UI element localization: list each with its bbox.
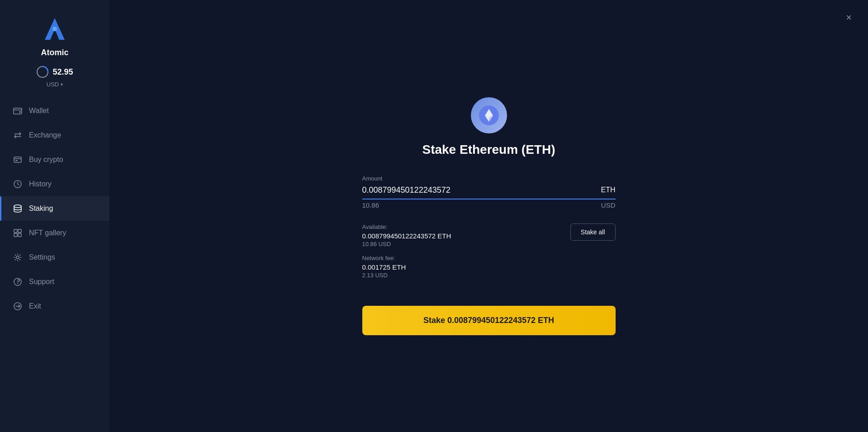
balance-container: 52.95: [36, 66, 73, 78]
network-fee-section: Network fee: 0.001725 ETH 2.13 USD: [362, 255, 616, 279]
svg-rect-4: [19, 111, 21, 113]
available-section: Available: 0.008799450122243572 ETH 10.8…: [362, 223, 616, 247]
sidebar-item-nft-gallery[interactable]: NFT gallery: [0, 221, 109, 245]
staking-icon: [13, 204, 23, 214]
svg-rect-3: [14, 108, 22, 114]
sidebar-item-wallet[interactable]: Wallet: [0, 99, 109, 123]
currency-label: USD: [47, 81, 59, 88]
sidebar-wallet-label: Wallet: [29, 107, 49, 115]
svg-point-13: [16, 256, 19, 259]
balance-value: 52.95: [52, 67, 73, 77]
svg-rect-9: [14, 229, 17, 233]
support-icon: [13, 277, 23, 287]
svg-rect-10: [18, 229, 21, 233]
sidebar-item-staking[interactable]: Staking: [0, 196, 109, 221]
available-label: Available:: [362, 223, 451, 230]
available-eth: 0.008799450122243572 ETH: [362, 232, 451, 240]
sidebar-nav: Wallet Exchange: [0, 99, 109, 423]
network-fee-eth: 0.001725 ETH: [362, 263, 616, 271]
svg-rect-11: [14, 233, 17, 237]
available-usd: 10.86 USD: [362, 241, 451, 247]
app-name: Atomic: [41, 48, 68, 57]
close-button[interactable]: ×: [844, 11, 854, 24]
sidebar-staking-label: Staking: [29, 204, 53, 213]
sidebar-support-label: Support: [29, 278, 54, 286]
network-fee-label: Network fee:: [362, 255, 616, 261]
sidebar-item-settings[interactable]: Settings: [0, 245, 109, 270]
currency-selector[interactable]: USD ▾: [47, 81, 63, 88]
eth-coin-icon: [471, 97, 507, 133]
exit-icon: [13, 301, 23, 311]
settings-icon: [13, 252, 23, 262]
usd-row: 10.86 USD: [362, 201, 616, 209]
stake-all-button[interactable]: Stake all: [570, 223, 616, 241]
sidebar-settings-label: Settings: [29, 253, 55, 261]
sidebar-exchange-label: Exchange: [29, 131, 61, 139]
main-content: × Stake Ethereum (ETH) Amount ETH: [109, 0, 868, 432]
amount-input[interactable]: [362, 185, 601, 195]
currency-chevron-icon: ▾: [61, 82, 63, 87]
stake-panel: Stake Ethereum (ETH) Amount ETH 10.86 US…: [362, 97, 616, 335]
amount-input-row: ETH: [362, 185, 616, 199]
sidebar-item-exchange[interactable]: Exchange: [0, 123, 109, 147]
sidebar-nft-gallery-label: NFT gallery: [29, 229, 66, 237]
network-fee-usd: 2.13 USD: [362, 272, 616, 279]
stake-title: Stake Ethereum (ETH): [422, 142, 555, 157]
nav-list: Wallet Exchange: [0, 99, 109, 318]
usd-label: USD: [601, 201, 616, 209]
sidebar-item-support[interactable]: Support: [0, 270, 109, 294]
svg-point-1: [52, 27, 57, 31]
sidebar-buy-crypto-label: Buy crypto: [29, 156, 63, 164]
exchange-icon: [13, 130, 23, 140]
history-icon: [13, 179, 23, 189]
amount-currency-label: ETH: [601, 186, 616, 194]
sidebar: Atomic 52.95 USD ▾ Wallet: [0, 0, 109, 432]
sidebar-item-history[interactable]: History: [0, 172, 109, 196]
svg-rect-6: [15, 160, 18, 161]
buy-crypto-icon: [13, 155, 23, 165]
sidebar-item-buy-crypto[interactable]: Buy crypto: [0, 147, 109, 172]
atomic-logo-icon: [38, 14, 71, 46]
amount-label: Amount: [362, 175, 616, 182]
available-info: Available: 0.008799450122243572 ETH 10.8…: [362, 223, 451, 247]
svg-rect-5: [14, 157, 21, 162]
sidebar-exit-label: Exit: [29, 302, 41, 310]
svg-point-8: [14, 205, 21, 208]
sidebar-item-exit[interactable]: Exit: [0, 294, 109, 318]
svg-rect-12: [18, 233, 21, 237]
usd-value: 10.86: [362, 201, 379, 209]
balance-icon: [36, 66, 49, 78]
nft-gallery-icon: [13, 228, 23, 238]
wallet-icon: [13, 106, 23, 116]
logo-container: Atomic: [38, 14, 71, 57]
stake-form: Amount ETH 10.86 USD Available: 0.008799…: [362, 175, 616, 335]
sidebar-history-label: History: [29, 180, 52, 188]
stake-submit-button[interactable]: Stake 0.008799450122243572 ETH: [362, 306, 616, 335]
